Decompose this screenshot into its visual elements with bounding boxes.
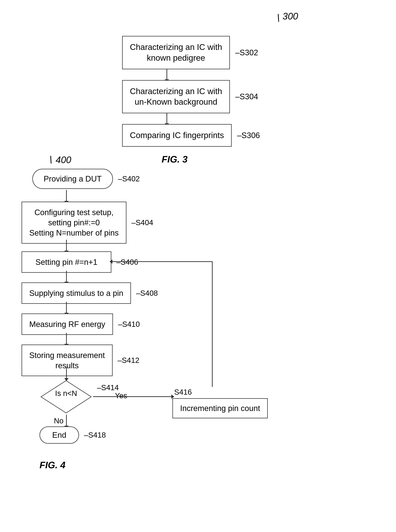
fig4-label-s402: –S402: [118, 174, 140, 183]
fig3-row-s306: Comparing IC fingerprints –S306: [122, 124, 305, 147]
fig4-ref-arrow: ∖: [47, 154, 53, 165]
fig3-box-s304: Characterizing an IC withun-Known backgr…: [122, 80, 230, 114]
diamond-svg: Is n<N: [39, 379, 93, 415]
fig3-label-s302: –S302: [235, 48, 258, 57]
fig4-label-s414: –S414: [97, 383, 119, 392]
fig4-arrow-402-404: [66, 190, 67, 202]
fig3-arrow-2: [167, 113, 167, 124]
fig3-box-s302: Characterizing an IC withknown pedigree: [122, 36, 230, 69]
fig4-box-s408: Supplying stimulus to a pin: [22, 283, 131, 304]
fig4-container: ∖ 400 Providing a DUT –S402 Configuring …: [11, 147, 388, 528]
fig4-box-s404: Configuring test setup,setting pin#:=0Se…: [22, 202, 126, 244]
fig4-label-s410: –S410: [118, 320, 140, 329]
fig4-arrow-404-406: [66, 240, 67, 251]
fig4-row-s410: Measuring RF energy –S410: [22, 313, 140, 335]
fig3-ref-arrow: ∖: [274, 12, 280, 23]
fig4-line-s416-back: [112, 261, 212, 262]
fig4-arrow-406-408: [66, 271, 67, 283]
fig4-pill-s418: End: [40, 426, 79, 444]
fig4-row-s402: Providing a DUT –S402: [32, 169, 140, 189]
fig4-pill-s402: Providing a DUT: [32, 169, 113, 189]
fig4-arrow-408-410: [66, 302, 67, 313]
fig4-arrow-no-down: [66, 415, 67, 426]
svg-text:Is n<N: Is n<N: [55, 389, 77, 398]
fig3-row-s304: Characterizing an IC withun-Known backgr…: [122, 80, 305, 114]
fig4-label-s416: S416: [174, 388, 192, 396]
fig4-label-s404: –S404: [131, 218, 153, 227]
fig4-label-s414-row: –S414: [97, 383, 119, 392]
fig3-label-s306: –S306: [237, 131, 260, 140]
fig4-label-s418: –S418: [84, 431, 106, 439]
fig4-box-s410: Measuring RF energy: [22, 313, 113, 335]
fig4-row-s404: Configuring test setup,setting pin#:=0Se…: [22, 202, 153, 244]
fig3-arrow-1: [167, 69, 167, 80]
fig4-label-s408: –S408: [136, 289, 158, 297]
fig3-box-s306: Comparing IC fingerprints: [122, 124, 232, 147]
fig4-diamond-s414: Is n<N: [39, 379, 93, 416]
fig3-label-s304: –S304: [235, 92, 258, 101]
fig3-container: ∖ 300 Characterizing an IC withknown ped…: [108, 11, 305, 165]
fig4-yes-label: Yes: [115, 391, 127, 400]
fig3-row-s302: Characterizing an IC withknown pedigree …: [122, 36, 305, 69]
fig4-row-s406: Setting pin #=n+1 –S406: [22, 251, 138, 273]
fig4-row-s416: S416 Incrementing pin count: [172, 388, 268, 418]
fig4-row-s408: Supplying stimulus to a pin –S408: [22, 283, 158, 304]
fig4-box-s412: Storing measurementresults: [22, 345, 113, 376]
fig4-row-s418: End –S418: [40, 426, 106, 444]
fig4-arrow-yes-right: [93, 396, 172, 397]
fig4-arrow-412-414: [66, 367, 67, 379]
page: ∖ 300 Characterizing an IC withknown ped…: [0, 0, 396, 532]
fig4-no-label: No: [54, 416, 64, 425]
fig4-caption: FIG. 4: [40, 460, 65, 470]
fig4-arrow-410-412: [66, 333, 67, 345]
fig4-box-s416: Incrementing pin count: [172, 398, 268, 418]
fig3-ref-number: 300: [283, 11, 298, 22]
fig3-flowchart: Characterizing an IC withknown pedigree …: [108, 36, 305, 147]
fig4-ref-number: 400: [56, 154, 71, 165]
fig4-box-s406: Setting pin #=n+1: [22, 251, 111, 273]
fig4-label-s406: –S406: [116, 258, 138, 266]
fig4-main: Providing a DUT –S402 Configuring test s…: [11, 169, 370, 528]
fig4-label-s412: –S412: [118, 356, 139, 365]
fig4-line-s416-up: [212, 261, 213, 387]
fig4-row-s412: Storing measurementresults –S412: [22, 345, 139, 376]
